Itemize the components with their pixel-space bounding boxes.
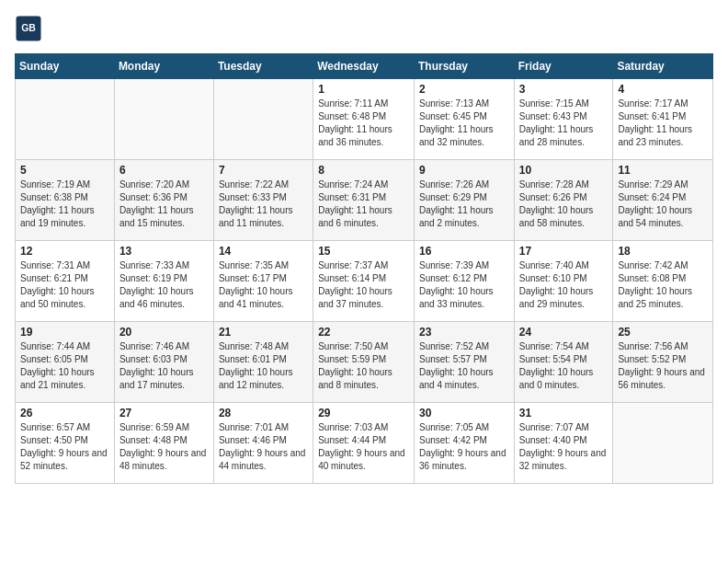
calendar-table: SundayMondayTuesdayWednesdayThursdayFrid…: [15, 53, 713, 484]
calendar-cell: 8Sunrise: 7:24 AMSunset: 6:31 PMDaylight…: [313, 160, 415, 241]
page-header: GB: [15, 15, 713, 42]
day-number: 16: [419, 245, 509, 258]
calendar-cell: 12Sunrise: 7:31 AMSunset: 6:21 PMDayligh…: [16, 241, 115, 322]
day-number: 31: [519, 407, 609, 419]
calendar-header-row: SundayMondayTuesdayWednesdayThursdayFrid…: [16, 54, 713, 79]
calendar-cell: 23Sunrise: 7:52 AMSunset: 5:57 PMDayligh…: [414, 322, 514, 403]
day-number: 28: [219, 407, 308, 419]
calendar-cell: 28Sunrise: 7:01 AMSunset: 4:46 PMDayligh…: [213, 403, 313, 484]
calendar-cell: [613, 403, 713, 484]
col-header-wednesday: Wednesday: [313, 54, 415, 79]
day-info: Sunrise: 7:13 AMSunset: 6:45 PMDaylight:…: [419, 98, 509, 149]
day-number: 4: [618, 83, 708, 96]
day-number: 17: [519, 245, 609, 258]
calendar-cell: 18Sunrise: 7:42 AMSunset: 6:08 PMDayligh…: [613, 241, 713, 322]
day-number: 22: [318, 326, 409, 339]
day-info: Sunrise: 7:05 AMSunset: 4:42 PMDaylight:…: [419, 421, 509, 473]
day-number: 24: [519, 326, 609, 339]
col-header-tuesday: Tuesday: [213, 54, 313, 79]
day-number: 10: [519, 164, 609, 177]
day-info: Sunrise: 6:59 AMSunset: 4:48 PMDaylight:…: [119, 421, 209, 473]
calendar-cell: 10Sunrise: 7:28 AMSunset: 6:26 PMDayligh…: [514, 160, 613, 241]
day-info: Sunrise: 7:19 AMSunset: 6:38 PMDaylight:…: [20, 178, 109, 230]
day-info: Sunrise: 7:15 AMSunset: 6:43 PMDaylight:…: [519, 98, 609, 149]
day-info: Sunrise: 7:11 AMSunset: 6:48 PMDaylight:…: [318, 98, 409, 149]
calendar-cell: 21Sunrise: 7:48 AMSunset: 6:01 PMDayligh…: [213, 322, 313, 403]
day-info: Sunrise: 7:35 AMSunset: 6:17 PMDaylight:…: [219, 259, 308, 311]
day-info: Sunrise: 7:28 AMSunset: 6:26 PMDaylight:…: [519, 178, 609, 230]
day-number: 2: [419, 83, 509, 96]
calendar-week-2: 5Sunrise: 7:19 AMSunset: 6:38 PMDaylight…: [16, 160, 713, 241]
day-number: 15: [318, 245, 409, 258]
day-number: 1: [318, 83, 409, 96]
calendar-cell: 2Sunrise: 7:13 AMSunset: 6:45 PMDaylight…: [414, 79, 514, 160]
day-number: 29: [318, 407, 409, 419]
col-header-monday: Monday: [114, 54, 213, 79]
calendar-cell: 13Sunrise: 7:33 AMSunset: 6:19 PMDayligh…: [114, 241, 213, 322]
day-info: Sunrise: 7:52 AMSunset: 5:57 PMDaylight:…: [419, 340, 509, 392]
day-number: 11: [618, 164, 708, 177]
day-info: Sunrise: 7:40 AMSunset: 6:10 PMDaylight:…: [519, 259, 609, 311]
day-number: 5: [20, 164, 109, 177]
day-info: Sunrise: 7:46 AMSunset: 6:03 PMDaylight:…: [119, 340, 209, 392]
day-info: Sunrise: 7:50 AMSunset: 5:59 PMDaylight:…: [318, 340, 409, 392]
day-info: Sunrise: 6:57 AMSunset: 4:50 PMDaylight:…: [20, 421, 109, 473]
calendar-body: 1Sunrise: 7:11 AMSunset: 6:48 PMDaylight…: [16, 79, 713, 484]
calendar-cell: [114, 79, 213, 160]
day-number: 12: [20, 245, 109, 258]
day-number: 20: [119, 326, 209, 339]
calendar-cell: 1Sunrise: 7:11 AMSunset: 6:48 PMDaylight…: [313, 79, 415, 160]
day-info: Sunrise: 7:44 AMSunset: 6:05 PMDaylight:…: [20, 340, 109, 392]
day-info: Sunrise: 7:39 AMSunset: 6:12 PMDaylight:…: [419, 259, 509, 311]
day-number: 6: [119, 164, 209, 177]
day-number: 19: [20, 326, 109, 339]
logo: GB: [15, 15, 46, 42]
day-number: 3: [519, 83, 609, 96]
calendar-cell: 3Sunrise: 7:15 AMSunset: 6:43 PMDaylight…: [514, 79, 613, 160]
calendar-week-4: 19Sunrise: 7:44 AMSunset: 6:05 PMDayligh…: [16, 322, 713, 403]
day-info: Sunrise: 7:33 AMSunset: 6:19 PMDaylight:…: [119, 259, 209, 311]
calendar-cell: 4Sunrise: 7:17 AMSunset: 6:41 PMDaylight…: [613, 79, 713, 160]
calendar-cell: 15Sunrise: 7:37 AMSunset: 6:14 PMDayligh…: [313, 241, 415, 322]
day-info: Sunrise: 7:42 AMSunset: 6:08 PMDaylight:…: [618, 259, 708, 311]
calendar-cell: 11Sunrise: 7:29 AMSunset: 6:24 PMDayligh…: [613, 160, 713, 241]
logo-icon: GB: [15, 15, 42, 42]
calendar-cell: [213, 79, 313, 160]
day-number: 26: [20, 407, 109, 419]
calendar-cell: 24Sunrise: 7:54 AMSunset: 5:54 PMDayligh…: [514, 322, 613, 403]
day-info: Sunrise: 7:03 AMSunset: 4:44 PMDaylight:…: [318, 421, 409, 473]
calendar-cell: [16, 79, 115, 160]
day-number: 9: [419, 164, 509, 177]
calendar-cell: 31Sunrise: 7:07 AMSunset: 4:40 PMDayligh…: [514, 403, 613, 484]
calendar-cell: 29Sunrise: 7:03 AMSunset: 4:44 PMDayligh…: [313, 403, 415, 484]
col-header-saturday: Saturday: [613, 54, 713, 79]
calendar-cell: 19Sunrise: 7:44 AMSunset: 6:05 PMDayligh…: [16, 322, 115, 403]
day-info: Sunrise: 7:22 AMSunset: 6:33 PMDaylight:…: [219, 178, 308, 230]
calendar-cell: 25Sunrise: 7:56 AMSunset: 5:52 PMDayligh…: [613, 322, 713, 403]
day-number: 25: [618, 326, 708, 339]
svg-text:GB: GB: [21, 22, 36, 33]
day-info: Sunrise: 7:24 AMSunset: 6:31 PMDaylight:…: [318, 178, 409, 230]
calendar-week-1: 1Sunrise: 7:11 AMSunset: 6:48 PMDaylight…: [16, 79, 713, 160]
calendar-cell: 26Sunrise: 6:57 AMSunset: 4:50 PMDayligh…: [16, 403, 115, 484]
day-number: 27: [119, 407, 209, 419]
day-number: 14: [219, 245, 308, 258]
col-header-friday: Friday: [514, 54, 613, 79]
day-number: 7: [219, 164, 308, 177]
day-info: Sunrise: 7:20 AMSunset: 6:36 PMDaylight:…: [119, 178, 209, 230]
calendar-cell: 27Sunrise: 6:59 AMSunset: 4:48 PMDayligh…: [114, 403, 213, 484]
day-info: Sunrise: 7:48 AMSunset: 6:01 PMDaylight:…: [219, 340, 308, 392]
calendar-week-3: 12Sunrise: 7:31 AMSunset: 6:21 PMDayligh…: [16, 241, 713, 322]
calendar-cell: 14Sunrise: 7:35 AMSunset: 6:17 PMDayligh…: [213, 241, 313, 322]
day-info: Sunrise: 7:31 AMSunset: 6:21 PMDaylight:…: [20, 259, 109, 311]
calendar-cell: 30Sunrise: 7:05 AMSunset: 4:42 PMDayligh…: [414, 403, 514, 484]
day-number: 30: [419, 407, 509, 419]
calendar-cell: 17Sunrise: 7:40 AMSunset: 6:10 PMDayligh…: [514, 241, 613, 322]
day-info: Sunrise: 7:07 AMSunset: 4:40 PMDaylight:…: [519, 421, 609, 473]
day-number: 21: [219, 326, 308, 339]
day-number: 13: [119, 245, 209, 258]
day-info: Sunrise: 7:17 AMSunset: 6:41 PMDaylight:…: [618, 98, 708, 149]
day-info: Sunrise: 7:29 AMSunset: 6:24 PMDaylight:…: [618, 178, 708, 230]
calendar-cell: 5Sunrise: 7:19 AMSunset: 6:38 PMDaylight…: [16, 160, 115, 241]
calendar-cell: 16Sunrise: 7:39 AMSunset: 6:12 PMDayligh…: [414, 241, 514, 322]
